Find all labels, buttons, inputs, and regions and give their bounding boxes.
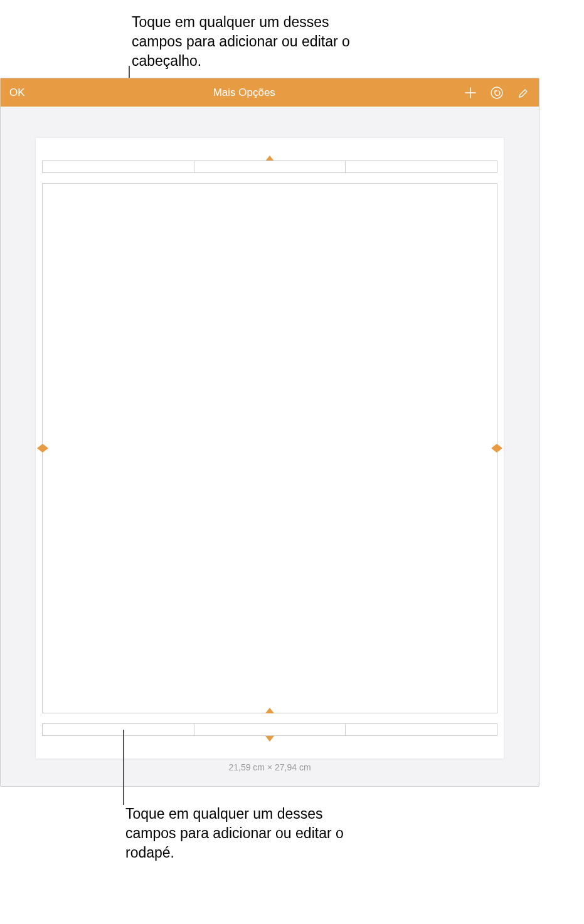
undo-icon[interactable] (490, 86, 504, 100)
callout-footer-line (123, 730, 124, 805)
footer-field-center[interactable] (194, 724, 346, 735)
callout-header-text: Toque em qualquer um desses campos para … (132, 13, 351, 71)
app-window: OK Mais Opções (0, 78, 539, 787)
margin-handle-bottom-inner[interactable] (265, 708, 274, 713)
footer-fields-row (42, 723, 497, 736)
ok-button[interactable]: OK (9, 87, 25, 99)
margin-handle-bottom-outer[interactable] (265, 736, 274, 742)
svg-point-0 (491, 87, 502, 98)
content-area[interactable] (42, 183, 497, 713)
toolbar: OK Mais Opções (1, 78, 539, 107)
margin-handle-right[interactable] (491, 444, 502, 453)
footer-field-left[interactable] (43, 724, 194, 735)
page-dimensions-label: 21,59 cm × 27,94 cm (228, 762, 311, 772)
header-field-left[interactable] (43, 161, 194, 172)
header-fields-row (42, 160, 497, 173)
page-canvas: 21,59 cm × 27,94 cm (1, 107, 539, 786)
toolbar-title: Mais Opções (25, 87, 464, 99)
footer-field-right[interactable] (346, 724, 497, 735)
header-field-right[interactable] (346, 161, 497, 172)
callout-footer-text: Toque em qualquer um desses campos para … (125, 804, 376, 863)
format-brush-icon[interactable] (516, 86, 530, 100)
header-field-center[interactable] (194, 161, 346, 172)
margin-handle-left[interactable] (37, 444, 48, 453)
page-sheet (36, 138, 504, 759)
add-icon[interactable] (464, 86, 477, 100)
